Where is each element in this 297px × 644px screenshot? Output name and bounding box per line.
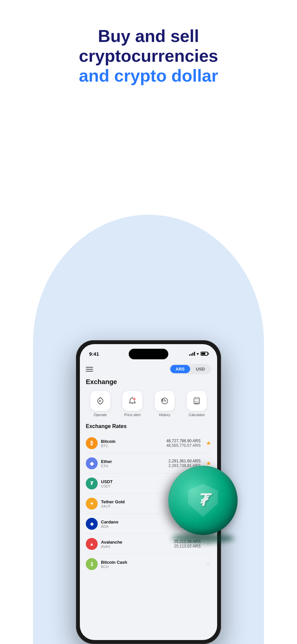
eth-symbol: ETH	[101, 464, 149, 468]
bch-prices	[152, 559, 201, 569]
rate-item-bch[interactable]: ₿ Bitcoin Cash BCH ☆	[86, 554, 211, 574]
hero-title-line3: and crypto dollar	[0, 66, 297, 86]
bch-info: Bitcoin Cash BCH	[101, 560, 149, 569]
bch-logo: ₿	[86, 558, 98, 570]
xaut-info: Tether Gold XAUT	[101, 499, 149, 508]
rate-item-btc[interactable]: ₿ Bitcoin BTC 48,727,786.90 ARS 48,565,7…	[86, 433, 211, 453]
status-icons: ▾	[189, 351, 208, 356]
calculator-icon-box	[187, 391, 207, 411]
svg-point-12	[198, 403, 198, 404]
ada-symbol: ADA	[101, 524, 149, 528]
battery-icon	[201, 352, 208, 356]
usdt-logo: ₮	[86, 478, 98, 489]
btc-info: Bitcoin BTC	[101, 439, 149, 448]
dynamic-island	[129, 349, 168, 359]
quick-actions: Operate	[86, 391, 211, 417]
hero-title-line2: cryptocurrencies	[0, 46, 297, 66]
operate-label: Operate	[94, 413, 107, 417]
svg-point-9	[198, 402, 198, 402]
history-icon-box	[155, 391, 175, 411]
wifi-icon: ▾	[197, 351, 199, 356]
btc-star[interactable]: ★	[206, 440, 211, 447]
ada-logo: ◈	[86, 518, 98, 530]
btc-sell: 48,565,770.57 ARS	[152, 443, 201, 448]
usd-button[interactable]: USD	[191, 365, 210, 373]
xaut-logo: ✦	[86, 498, 98, 510]
avax-info: Avalanche AVAX	[101, 540, 149, 549]
eth-logo: ◆	[86, 457, 98, 469]
ada-name: Cardano	[101, 519, 149, 524]
xaut-name: Tether Gold	[101, 499, 149, 504]
rates-title: Exchange Rates	[86, 423, 211, 429]
usdt-name: USDT	[101, 479, 149, 484]
currency-toggle: ARS USD	[169, 364, 211, 374]
exchange-title: Exchange	[86, 378, 211, 386]
status-time: 9:41	[89, 351, 99, 357]
eth-buy: 2,291,361.60 ARS	[152, 459, 201, 463]
operate-icon-box	[90, 391, 110, 411]
hero-title-line1: Buy and sell	[0, 26, 297, 46]
price-alert-icon-box	[122, 391, 142, 411]
eth-name: Ether	[101, 459, 149, 464]
bch-buy	[152, 559, 201, 564]
action-operate[interactable]: Operate	[86, 391, 115, 417]
xaut-symbol: XAUT	[101, 504, 149, 508]
bch-sell	[152, 564, 201, 569]
btc-logo: ₿	[86, 437, 98, 449]
svg-point-10	[195, 403, 196, 404]
calculator-label: Calculator	[188, 413, 205, 417]
svg-rect-6	[195, 399, 198, 401]
bch-star[interactable]: ☆	[206, 560, 211, 568]
avax-name: Avalanche	[101, 540, 149, 545]
btc-symbol: BTC	[101, 444, 149, 448]
action-calculator[interactable]: Calculator	[182, 391, 212, 417]
history-icon	[160, 396, 169, 406]
bch-name: Bitcoin Cash	[101, 560, 149, 565]
svg-point-8	[196, 402, 197, 402]
btc-name: Bitcoin	[101, 439, 149, 444]
usdt-symbol: USDT	[101, 484, 149, 488]
price-alert-label: Price alert	[124, 413, 141, 417]
avax-sell: 25,113.02 ARS	[152, 544, 201, 549]
hamburger-menu[interactable]	[86, 367, 93, 372]
price-alert-icon	[128, 396, 137, 406]
avax-logo: ▲	[86, 538, 98, 550]
phone-mockup: ₮ 9:41 ▾	[76, 340, 221, 644]
top-nav: ARS USD	[86, 361, 211, 378]
operate-icon	[96, 396, 105, 406]
btc-buy: 48,727,786.90 ARS	[152, 439, 201, 443]
eth-info: Ether ETH	[101, 459, 149, 468]
usdt-info: USDT USDT	[101, 479, 149, 488]
svg-point-7	[195, 402, 196, 402]
ars-button[interactable]: ARS	[170, 365, 190, 373]
hero-section: Buy and sell cryptocurrencies and crypto…	[0, 0, 297, 99]
tether-coin-decoration: ₮	[168, 466, 241, 538]
bch-symbol: BCH	[101, 565, 149, 569]
ada-info: Cardano ADA	[101, 519, 149, 528]
svg-point-3	[134, 399, 135, 400]
action-price-alert[interactable]: Price alert	[118, 391, 147, 417]
avax-symbol: AVAX	[101, 545, 149, 549]
btc-prices: 48,727,786.90 ARS 48,565,770.57 ARS	[152, 439, 201, 448]
history-label: History	[159, 413, 170, 417]
calculator-icon	[192, 396, 201, 406]
svg-point-11	[196, 403, 197, 404]
action-history[interactable]: History	[150, 391, 179, 417]
tether-t-symbol: ₮	[198, 491, 208, 510]
signal-icon	[189, 352, 195, 356]
